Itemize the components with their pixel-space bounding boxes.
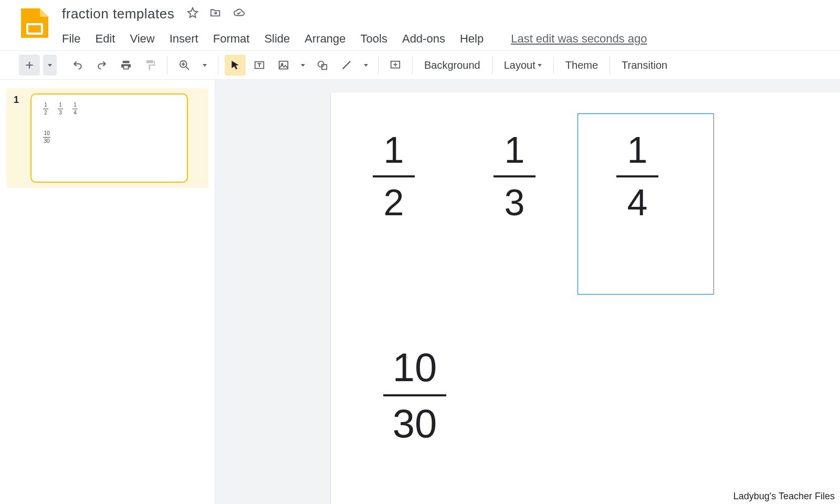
slide[interactable]: 1 2 1 3 1 4 10 30 — [331, 92, 840, 504]
toolbar: Background Layout Theme Transition — [0, 50, 840, 80]
fraction-1-2[interactable]: 1 2 — [373, 129, 415, 224]
toolbar-separator — [492, 56, 492, 74]
fraction-numerator: 1 — [384, 129, 404, 171]
toolbar-separator — [553, 56, 554, 74]
menu-file[interactable]: File — [62, 32, 80, 46]
toolbar-separator — [610, 56, 610, 74]
svg-point-5 — [318, 61, 324, 67]
fraction-1-3[interactable]: 1 3 — [494, 129, 536, 224]
cloud-saved-icon[interactable] — [232, 7, 246, 20]
fraction-numerator: 1 — [505, 129, 525, 171]
textbox-tool[interactable] — [249, 55, 270, 76]
layout-label: Layout — [504, 59, 536, 71]
fraction-denominator: 30 — [393, 401, 437, 446]
menu-addons[interactable]: Add-ons — [402, 32, 445, 46]
new-slide-dropdown[interactable] — [43, 55, 57, 76]
zoom-dropdown[interactable] — [198, 55, 212, 76]
image-dropdown[interactable] — [297, 55, 309, 76]
print-button[interactable] — [116, 55, 136, 76]
svg-rect-3 — [279, 61, 288, 69]
move-to-folder-icon[interactable] — [209, 7, 222, 20]
zoom-button[interactable] — [174, 55, 195, 76]
image-tool[interactable] — [273, 55, 294, 76]
select-tool[interactable] — [225, 55, 246, 76]
fraction-denominator: 2 — [384, 182, 404, 224]
toolbar-separator — [412, 56, 413, 74]
last-edit-link[interactable]: Last edit was seconds ago — [511, 32, 647, 46]
theme-button[interactable]: Theme — [560, 59, 603, 71]
document-title[interactable]: fraction templates — [62, 6, 174, 22]
menu-format[interactable]: Format — [213, 32, 250, 46]
layout-button[interactable]: Layout — [499, 59, 547, 71]
star-icon[interactable] — [187, 7, 198, 20]
new-slide-button[interactable] — [19, 55, 40, 76]
menu-insert[interactable]: Insert — [170, 32, 198, 46]
menu-help[interactable]: Help — [460, 32, 484, 46]
thumb-frac-num: 10 — [44, 130, 49, 136]
thumb-frac-den: 4 — [74, 110, 77, 116]
thumb-frac-den: 2 — [44, 110, 47, 116]
undo-button[interactable] — [67, 55, 88, 76]
fraction-line — [494, 175, 536, 177]
comment-button[interactable] — [385, 55, 406, 76]
slide-thumbnail-1[interactable]: 1 12 13 14 1030 — [6, 88, 208, 188]
toolbar-separator — [218, 56, 218, 74]
menu-tools[interactable]: Tools — [361, 32, 387, 46]
fraction-numerator: 10 — [393, 344, 437, 390]
thumb-frac-den: 3 — [59, 110, 62, 116]
slides-app-icon[interactable] — [18, 6, 51, 40]
menu-bar: File Edit View Insert Format Slide Arran… — [62, 27, 836, 50]
attribution-text: Ladybug's Teacher Files — [733, 491, 835, 502]
line-dropdown[interactable] — [360, 55, 372, 76]
fraction-10-30[interactable]: 10 30 — [383, 344, 446, 446]
thumb-frac-num: 1 — [59, 102, 62, 108]
slide-canvas[interactable]: 1 2 1 3 1 4 10 30 Ladybug's Teacher File… — [215, 80, 840, 504]
line-tool[interactable] — [336, 55, 357, 76]
redo-button[interactable] — [91, 55, 112, 76]
thumb-frac-num: 1 — [74, 102, 77, 108]
filmstrip[interactable]: 1 12 13 14 1030 — [0, 80, 215, 504]
fraction-denominator: 3 — [505, 182, 525, 224]
thumbnail-number: 1 — [14, 94, 19, 106]
paint-format-button — [140, 55, 161, 76]
fraction-line — [373, 175, 415, 177]
menu-slide[interactable]: Slide — [264, 32, 290, 46]
menu-view[interactable]: View — [130, 32, 154, 46]
toolbar-separator — [378, 56, 379, 74]
menu-edit[interactable]: Edit — [95, 32, 115, 46]
shape-tool[interactable] — [312, 55, 333, 76]
thumb-frac-num: 1 — [44, 102, 47, 108]
thumb-frac-den: 30 — [44, 138, 49, 144]
toolbar-separator — [167, 56, 167, 74]
transition-button[interactable]: Transition — [616, 59, 673, 71]
menu-arrange[interactable]: Arrange — [304, 32, 345, 46]
background-button[interactable]: Background — [419, 59, 486, 71]
selection-box[interactable] — [578, 113, 714, 295]
fraction-line — [383, 394, 446, 396]
